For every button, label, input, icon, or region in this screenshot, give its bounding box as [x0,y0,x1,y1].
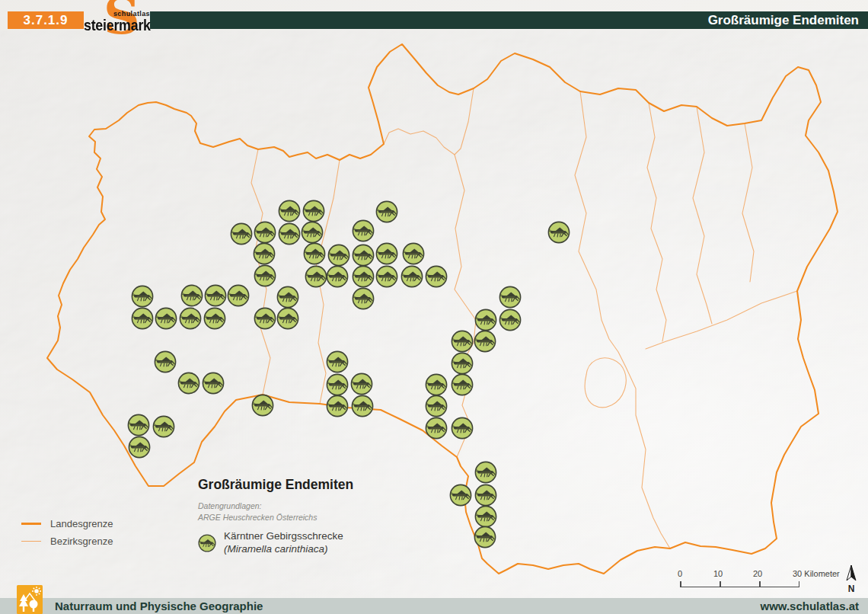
species-occurrence-marker [426,374,446,395]
species-occurrence-marker [254,222,275,242]
species-occurrence-marker [155,351,175,372]
species-occurrence-marker [452,353,472,373]
species-occurrence-marker [499,309,520,330]
scale-tick-label-0: 0 [678,569,682,578]
species-occurrence-marker [353,220,373,241]
scale-tick-label-30: 30 Kilometer [793,569,840,578]
footer-website-link[interactable]: www.schulatlas.at [761,598,860,614]
legend-item-bezirksgrenze: Bezirksgrenze [21,532,113,550]
species-occurrence-marker [353,245,373,265]
species-text: Kärntner Gebirgsschrecke (Miramella cari… [224,530,343,556]
species-occurrence-marker [254,308,275,328]
legend-source-label: Datengrundlagen: [198,500,373,512]
species-occurrence-marker [254,243,274,264]
species-occurrence-marker [426,266,446,286]
species-occurrence-marker [228,285,248,305]
species-occurrence-marker [475,309,496,330]
species-occurrence-marker [351,373,372,394]
species-occurrence-marker [327,395,347,416]
legend-item-landesgrenze: Landesgrenze [21,515,113,532]
species-occurrence-marker [252,395,273,415]
page-title: Großräumige Endemiten [708,11,859,29]
species-occurrence-marker [132,286,152,306]
species-occurrence-marker [475,506,496,526]
species-occurrence-marker [353,288,373,309]
species-occurrence-marker [452,374,472,395]
species-occurrence-marker [376,266,397,286]
chapter-code-badge: 3.7.1.9 [8,11,84,29]
species-occurrence-marker [353,266,373,286]
species-occurrence-marker [426,417,446,438]
species-occurrence-marker [254,265,275,286]
footer-bar: Naturraum und Physische Geographie www.s… [0,598,868,614]
bezirksgrenze-line-icon [21,541,41,542]
species-occurrence-marker [180,308,200,328]
species-occurrence-marker [328,245,349,265]
scale-tick-label-10: 10 [713,569,723,578]
species-occurrence-marker [132,308,152,328]
species-occurrence-marker [205,285,225,305]
species-occurrence-marker [499,286,520,307]
species-occurrence-marker [401,266,422,286]
compass-north-icon [844,564,858,582]
species-occurrence-marker [204,308,225,328]
species-occurrence-marker [475,462,496,482]
legend-source: ARGE Heuschrecken Österreichs [198,512,373,523]
species-occurrence-marker [181,285,202,305]
species-occurrence-marker [452,331,472,351]
scale-bar-line [680,581,799,587]
species-occurrence-marker [277,286,298,307]
species-occurrence-marker [302,222,322,242]
legend-title: Großräumige Endemiten [198,477,373,493]
footer-category: Naturraum und Physische Geographie [55,598,263,614]
landesgrenze-line-icon [21,523,41,525]
species-occurrence-marker [277,308,298,328]
species-occurrence-marker [450,484,471,505]
landesgrenze-label: Landesgrenze [50,518,113,529]
species-occurrence-marker [129,437,149,457]
species-occurrence-marker [474,526,495,547]
bezirksgrenze-label: Bezirksgrenze [50,536,113,547]
species-occurrence-marker [304,243,324,264]
north-arrow: N [842,564,860,592]
legend-species-item: Kärntner Gebirgsschrecke (Miramella cari… [198,530,373,556]
header-bar: Großräumige Endemiten [150,11,868,29]
species-occurrence-marker [403,243,423,264]
species-occurrence-marker [155,308,176,328]
species-occurrence-marker [475,484,496,505]
species-occurrence-marker [327,374,347,395]
species-occurrence-marker [327,266,347,286]
species-occurrence-marker [376,201,397,222]
species-occurrence-marker [279,200,299,221]
schulatlas-logo: S schulatlas steiermark [84,0,152,44]
species-occurrence-marker [303,200,324,221]
species-occurrence-marker [128,414,148,435]
species-occurrence-marker [203,373,223,393]
north-label: N [842,585,860,593]
species-occurrence-marker [153,416,174,437]
species-occurrence-marker [327,351,347,372]
grasshopper-marker-icon [198,534,216,552]
species-name: Kärntner Gebirgsschrecke [224,530,343,543]
species-occurrence-marker [279,223,299,244]
scale-bar: 0 10 20 30 Kilometer [680,569,809,589]
scale-tick-label-20: 20 [753,569,762,578]
map-legend: Großräumige Endemiten Datengrundlagen: A… [198,477,373,556]
species-occurrence-marker [452,417,472,438]
species-occurrence-marker [548,222,569,242]
species-occurrence-marker [352,395,372,416]
species-occurrence-marker [178,373,199,393]
logo-steiermark-text: steiermark [84,16,151,34]
nature-category-icon [17,585,43,614]
border-legend: Landesgrenze Bezirksgrenze [21,515,113,550]
lowland-flatten-overlay [0,0,868,614]
styria-map [0,0,868,614]
atlas-page: Großräumige Endemiten 3.7.1.9 S schulatl… [0,0,868,614]
species-occurrence-marker [231,223,251,244]
species-occurrence-marker [305,266,326,286]
species-occurrence-marker [474,331,495,351]
species-occurrence-marker [426,395,446,416]
species-occurrence-marker [376,243,397,264]
species-latin-name: (Miramella carinthiaca) [224,543,343,556]
